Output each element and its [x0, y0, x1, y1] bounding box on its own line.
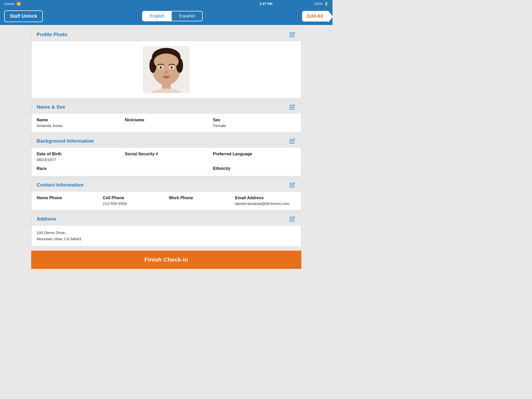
status-bar-left: Carrier 📶	[4, 2, 21, 6]
profile-photo-container	[31, 41, 301, 98]
status-bar-time: 2:47 PM	[260, 2, 272, 6]
profile-photo	[143, 46, 190, 93]
carrier-label: Carrier	[4, 2, 15, 6]
email-label: Email Address	[235, 196, 296, 200]
status-bar-right: 100% 🔋	[314, 2, 328, 6]
cell-phone-label: Cell Phone	[103, 196, 164, 200]
wifi-icon: 📶	[17, 2, 21, 6]
status-bar: Carrier 📶 2:47 PM 100% 🔋	[0, 0, 332, 7]
name-sex-section: Name & Sex Name Amanda Jones Nickname Se…	[31, 101, 301, 132]
nickname-label: Nickname	[125, 118, 208, 122]
language-english-button[interactable]: English	[143, 11, 172, 21]
dob-field: Date of Birth 08/23/1977	[37, 152, 119, 162]
name-sex-grid: Name Amanda Jones Nickname Sex Female	[31, 114, 301, 132]
race-field: Race	[37, 166, 119, 172]
svg-point-13	[154, 70, 160, 74]
battery-label: 100%	[314, 2, 323, 6]
background-title: Background Information	[37, 138, 94, 144]
contact-section: Contact Information Home Phone Cell Phon…	[31, 178, 301, 210]
main-content: Profile Photo	[0, 25, 332, 272]
ethnicity-label: Ethnicity	[213, 166, 296, 171]
language-toggle: English Español	[142, 11, 203, 21]
name-field: Name Amanda Jones	[37, 118, 119, 128]
address-line1: 100 Demo Drive,	[37, 230, 296, 236]
language-espanol-button[interactable]: Español	[172, 11, 202, 21]
svg-point-9	[159, 66, 162, 69]
address-header: Address	[31, 213, 301, 225]
contact-title: Contact Information	[37, 182, 84, 188]
svg-point-12	[172, 66, 172, 67]
address-body: 100 Demo Drive, Mountain View, CA 94043	[31, 225, 301, 246]
name-sex-title: Name & Sex	[37, 104, 65, 110]
profile-photo-header: Profile Photo	[31, 28, 301, 41]
email-field: Email Address daniel+amanda@drchrono.com	[235, 196, 296, 206]
battery-icon: 🔋	[324, 2, 328, 6]
dob-value: 08/23/1977	[37, 157, 56, 162]
profile-photo-title: Profile Photo	[37, 32, 67, 37]
svg-point-14	[172, 70, 178, 74]
nav-bar: Staff Unlock English Español Edit All	[0, 7, 332, 25]
name-value: Amanda Jones	[37, 123, 63, 128]
preferred-language-label: Preferred Language	[213, 152, 296, 156]
contact-edit-icon[interactable]	[289, 181, 296, 189]
preferred-language-field: Preferred Language	[213, 152, 296, 162]
home-phone-field: Home Phone	[37, 196, 98, 206]
race-label: Race	[37, 166, 119, 171]
dob-label: Date of Birth	[37, 152, 119, 156]
svg-point-10	[170, 66, 173, 69]
background-header: Background Information	[31, 135, 301, 148]
work-phone-field: Work Phone	[169, 196, 230, 206]
name-label: Name	[37, 118, 119, 122]
contact-header: Contact Information	[31, 179, 301, 191]
svg-point-6	[154, 54, 178, 69]
edit-all-button[interactable]: Edit All	[302, 11, 328, 22]
profile-photo-section: Profile Photo	[31, 28, 301, 98]
address-title: Address	[37, 216, 56, 222]
nickname-field: Nickname	[125, 118, 208, 128]
ssn-label: Social Security #	[125, 152, 208, 156]
background-edit-icon[interactable]	[289, 137, 296, 145]
contact-grid: Home Phone Cell Phone 212-555-5555 Work …	[31, 191, 301, 210]
name-sex-edit-icon[interactable]	[289, 103, 296, 111]
home-phone-label: Home Phone	[37, 196, 98, 200]
name-sex-header: Name & Sex	[31, 101, 301, 114]
address-edit-icon[interactable]	[289, 215, 296, 223]
background-section: Background Information Date of Birth 08/…	[31, 135, 301, 176]
cell-phone-field: Cell Phone 212-555-5555	[103, 196, 164, 206]
address-line2: Mountain View, CA 94043	[37, 236, 296, 242]
sex-value: Female	[213, 123, 226, 128]
cell-phone-value: 212-555-5555	[103, 201, 127, 206]
staff-unlock-button[interactable]: Staff Unlock	[4, 10, 43, 22]
ethnicity-field: Ethnicity	[213, 166, 296, 172]
background-grid: Date of Birth 08/23/1977 Social Security…	[31, 148, 301, 176]
sex-label: Sex	[213, 118, 296, 122]
finish-checkin-button[interactable]: Finish Check-In	[31, 251, 301, 269]
svg-point-11	[161, 66, 162, 67]
face-illustration	[145, 46, 187, 93]
sex-field: Sex Female	[213, 118, 296, 128]
ssn-field: Social Security #	[125, 152, 208, 162]
svg-point-1	[151, 89, 181, 93]
address-section: Address 100 Demo Drive, Mountain View, C…	[31, 212, 301, 247]
empty-field	[125, 166, 208, 172]
profile-photo-edit-icon[interactable]	[289, 31, 296, 38]
email-value: daniel+amanda@drchrono.com	[235, 201, 290, 206]
work-phone-label: Work Phone	[169, 196, 230, 200]
